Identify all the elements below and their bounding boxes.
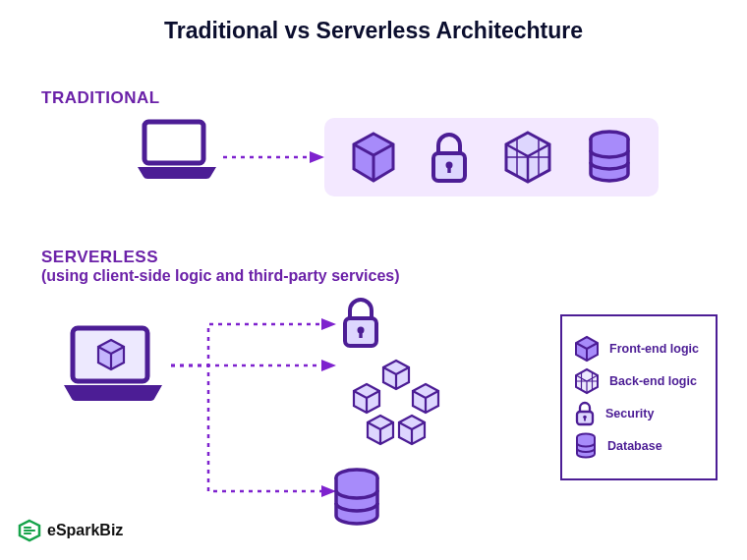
serverless-sublabel: (using client-side logic and third-party… bbox=[41, 267, 400, 285]
legend-label: Back-end logic bbox=[609, 374, 697, 388]
traditional-services-panel bbox=[324, 118, 659, 196]
traditional-section-label: TRADITIONAL bbox=[41, 88, 160, 108]
svg-marker-8 bbox=[321, 318, 336, 330]
svg-marker-9 bbox=[321, 360, 336, 371]
page-title: Traditional vs Serverless Architechture bbox=[0, 18, 747, 44]
svg-rect-0 bbox=[144, 122, 203, 163]
svg-rect-17 bbox=[584, 418, 586, 421]
brand-text: eSparkBiz bbox=[47, 522, 123, 539]
brand-logo: eSparkBiz bbox=[18, 519, 123, 542]
traditional-label: TRADITIONAL bbox=[41, 88, 160, 108]
cube-icon bbox=[574, 335, 600, 363]
wireframe-cube-icon bbox=[500, 129, 555, 186]
legend-label: Front-end logic bbox=[609, 342, 699, 356]
legend-item-security: Security bbox=[574, 400, 704, 427]
serverless-arrows bbox=[169, 305, 346, 511]
lock-icon bbox=[339, 295, 382, 350]
cube-cluster-icon bbox=[342, 359, 450, 457]
wireframe-cube-icon bbox=[574, 367, 600, 395]
svg-rect-13 bbox=[359, 330, 362, 338]
database-icon bbox=[574, 432, 598, 460]
svg-rect-5 bbox=[447, 165, 450, 173]
lock-icon bbox=[574, 400, 596, 427]
legend-label: Database bbox=[607, 439, 662, 453]
legend-label: Security bbox=[605, 407, 654, 420]
svg-marker-2 bbox=[310, 151, 324, 163]
legend-box: Front-end logic Back-end logic Security … bbox=[560, 314, 718, 480]
serverless-section-label: SERVERLESS (using client-side logic and … bbox=[41, 248, 400, 285]
lock-icon bbox=[428, 130, 471, 185]
brand-icon bbox=[18, 519, 41, 542]
cube-icon bbox=[349, 130, 398, 185]
legend-item-back-end: Back-end logic bbox=[574, 367, 704, 395]
laptop-icon bbox=[59, 322, 167, 409]
database-icon bbox=[585, 129, 634, 186]
arrow-icon bbox=[221, 147, 329, 167]
laptop-icon bbox=[133, 116, 221, 185]
serverless-label: SERVERLESS bbox=[41, 248, 400, 267]
legend-item-front-end: Front-end logic bbox=[574, 335, 704, 363]
legend-item-database: Database bbox=[574, 432, 704, 460]
database-icon bbox=[330, 467, 383, 528]
